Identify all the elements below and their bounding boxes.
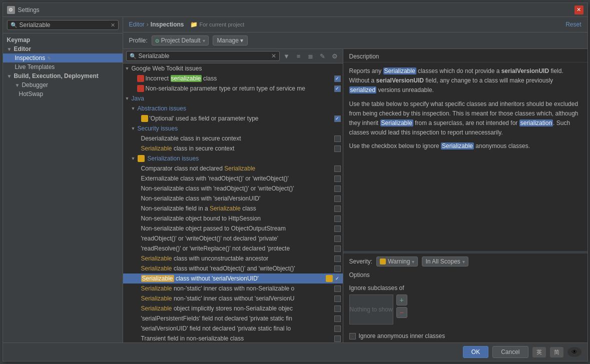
nonser-output-checkbox[interactable] bbox=[334, 226, 341, 232]
sidebar-item-debugger[interactable]: ▼ Debugger bbox=[3, 80, 123, 90]
insp-group-java[interactable]: ▼ Java bbox=[123, 94, 343, 104]
insp-optional[interactable]: 'Optional' used as field or parameter ty… bbox=[123, 114, 343, 124]
insp-implicit-nonser[interactable]: Serializable object implicitly stores no… bbox=[123, 304, 343, 314]
insp-externalizable[interactable]: Externalizable class with 'readObject()'… bbox=[123, 174, 343, 184]
insp-inner-nosvuid[interactable]: Serializable non-'static' inner class wi… bbox=[123, 294, 343, 304]
insp-deserializable-secure[interactable]: Deserializable class in secure context bbox=[123, 134, 343, 144]
project-label: For current project bbox=[200, 22, 245, 28]
sidebar-search-input[interactable] bbox=[20, 22, 109, 28]
titlebar-title: Settings bbox=[18, 6, 574, 14]
inner-nosvuid-checkbox[interactable] bbox=[334, 296, 341, 302]
bottom-bar: OK Cancel 英 简 👁 bbox=[3, 342, 587, 361]
insp-transient-nonser[interactable]: Transient field in non-serializable clas… bbox=[123, 334, 343, 342]
insp-serialpersistent[interactable]: 'serialPersistentFields' field not decla… bbox=[123, 314, 343, 324]
sidebar-item-hotswap[interactable]: HotSwap bbox=[3, 90, 123, 98]
description-title: Description bbox=[343, 49, 587, 62]
insp-gwt-nonser[interactable]: Non-serializable parameter type or retur… bbox=[123, 84, 343, 94]
nonser-http-checkbox[interactable] bbox=[334, 216, 341, 222]
project-icon: 📁 bbox=[190, 21, 198, 28]
scope-dropdown[interactable]: In All Scopes ▾ bbox=[422, 256, 468, 266]
externalizable-checkbox[interactable] bbox=[334, 176, 341, 182]
insp-nonser-svuid[interactable]: Non-serializable class with 'serialVersi… bbox=[123, 194, 343, 204]
add-ignore-button[interactable]: + bbox=[396, 294, 407, 306]
expand-btn[interactable]: ≡ bbox=[294, 51, 304, 61]
lang-english[interactable]: 英 bbox=[532, 347, 546, 358]
serialpersistent-checkbox[interactable] bbox=[334, 316, 341, 322]
settings-btn[interactable]: ⚙ bbox=[330, 51, 340, 61]
optional-checkbox[interactable] bbox=[334, 116, 341, 122]
insp-gwt-incorrect[interactable]: Incorrect serializable class bbox=[123, 74, 343, 84]
reset-button[interactable]: Reset bbox=[565, 21, 581, 28]
deserializable-checkbox[interactable] bbox=[334, 136, 341, 142]
insp-group-serialization[interactable]: ▼ Serialization issues bbox=[123, 154, 343, 164]
insp-nonser-field[interactable]: Non-serializable field in a Serializable… bbox=[123, 204, 343, 214]
settings-window: ⚙ Settings ✕ 🔍 ✕ Keymap ▼ Editor bbox=[3, 2, 588, 362]
filter-btn[interactable]: ▼ bbox=[282, 51, 292, 61]
comparator-checkbox[interactable] bbox=[334, 166, 341, 172]
insp-search-clear[interactable]: ✕ bbox=[271, 52, 276, 60]
insp-nonser-http[interactable]: Non-serializable object bound to HttpSes… bbox=[123, 214, 343, 224]
nonstatic-inner-label: Serializable non-'static' inner class wi… bbox=[141, 285, 333, 292]
gwt-incorrect-checkbox[interactable] bbox=[334, 76, 341, 82]
insp-readresolve[interactable]: 'readResolve()' or 'writeReplace()' not … bbox=[123, 244, 343, 254]
serializable-secure-checkbox[interactable] bbox=[334, 146, 341, 152]
insp-unconstructable[interactable]: Serializable class with unconstructable … bbox=[123, 254, 343, 264]
noreadwrite-checkbox[interactable] bbox=[334, 266, 341, 272]
nonstatic-inner-checkbox[interactable] bbox=[334, 286, 341, 292]
manage-button[interactable]: Manage ▾ bbox=[213, 36, 248, 46]
breadcrumb-editor[interactable]: Editor bbox=[129, 21, 145, 28]
implicit-nonser-checkbox[interactable] bbox=[334, 306, 341, 312]
sidebar-item-editor[interactable]: ▼ Editor bbox=[3, 44, 123, 54]
insp-comparator[interactable]: Comparator class not declared Serializab… bbox=[123, 164, 343, 174]
transient-nonser-checkbox[interactable] bbox=[334, 336, 341, 342]
remove-ignore-button[interactable]: − bbox=[396, 307, 407, 318]
lang-chinese[interactable]: 简 bbox=[550, 347, 563, 358]
ok-button[interactable]: OK bbox=[463, 346, 488, 358]
insp-noreadwrite[interactable]: Serializable class without 'readObject()… bbox=[123, 264, 343, 274]
no-svuid-checkbox[interactable] bbox=[334, 276, 341, 282]
sidebar-clear-icon[interactable]: ✕ bbox=[111, 22, 115, 28]
svuid-final-checkbox[interactable] bbox=[334, 326, 341, 332]
sidebar-item-live-templates[interactable]: Live Templates bbox=[3, 62, 123, 72]
nonser-field-checkbox[interactable] bbox=[334, 206, 341, 212]
breadcrumb: Editor › Inspections 📁 For current proje… bbox=[129, 21, 563, 28]
insp-svuid-final[interactable]: 'serialVersionUID' field not declared 'p… bbox=[123, 324, 343, 334]
sidebar-item-inspections[interactable]: Inspections ✎ bbox=[3, 54, 123, 62]
sidebar-item-keymap[interactable]: Keymap bbox=[3, 36, 123, 44]
insp-readobject-private[interactable]: 'readObject()' or 'writeObject()' not de… bbox=[123, 234, 343, 244]
insp-nonser-output[interactable]: Non-serializable object passed to Object… bbox=[123, 224, 343, 234]
highlight-serializable2: Serializable bbox=[380, 120, 413, 126]
sidebar-search-box[interactable]: 🔍 ✕ bbox=[7, 20, 119, 30]
externalizable-label: Externalizable class with 'readObject()'… bbox=[141, 175, 333, 182]
inspection-search-box[interactable]: 🔍 ✕ bbox=[126, 51, 280, 61]
gwt-nonser-checkbox[interactable] bbox=[334, 86, 341, 92]
sidebar-item-build[interactable]: ▼ Build, Execution, Deployment bbox=[3, 72, 123, 80]
optional-label: 'Optional' used as field or parameter ty… bbox=[150, 115, 333, 122]
inspection-search-input[interactable] bbox=[139, 52, 269, 60]
readobject-checkbox[interactable] bbox=[334, 236, 341, 242]
collapse-btn[interactable]: ≣ bbox=[306, 51, 316, 61]
insp-no-svuid[interactable]: Serializable class without 'serialVersio… bbox=[123, 274, 343, 284]
cancel-button[interactable]: Cancel bbox=[492, 346, 528, 358]
insp-group-gwt[interactable]: ▼ Google Web Toolkit issues bbox=[123, 64, 343, 74]
severity-dropdown[interactable]: Warning ▾ bbox=[376, 256, 418, 266]
insp-group-abstraction[interactable]: ▼ Abstraction issues bbox=[123, 104, 343, 114]
comparator-label: Comparator class not declared Serializab… bbox=[141, 165, 333, 172]
readobject-private-label: 'readObject()' or 'writeObject()' not de… bbox=[141, 235, 333, 242]
insp-group-security[interactable]: ▼ Security issues bbox=[123, 124, 343, 134]
insp-nonser-readwrite[interactable]: Non-serializable class with 'readObject(… bbox=[123, 184, 343, 194]
profile-dropdown[interactable]: ⊙ Project Default ▾ bbox=[152, 36, 209, 46]
unconstructable-checkbox[interactable] bbox=[334, 256, 341, 262]
titlebar-icon: ⚙ bbox=[7, 6, 15, 14]
insp-nonstatic-inner[interactable]: Serializable non-'static' inner class wi… bbox=[123, 284, 343, 294]
security-label: Security issues bbox=[138, 125, 341, 132]
readresolve-checkbox[interactable] bbox=[334, 246, 341, 252]
edit-btn[interactable]: ✎ bbox=[318, 51, 328, 61]
close-button[interactable]: ✕ bbox=[574, 6, 583, 14]
ignore-anon-checkbox[interactable] bbox=[349, 333, 356, 340]
insp-serializable-secure[interactable]: Serializable class in secure context bbox=[123, 144, 343, 154]
nonser-readwrite-checkbox[interactable] bbox=[334, 186, 341, 192]
nonser-svuid-checkbox[interactable] bbox=[334, 196, 341, 202]
severity-label: Severity: bbox=[349, 258, 373, 265]
inner-nosvuid-label: Serializable non-'static' inner class wi… bbox=[141, 295, 333, 302]
